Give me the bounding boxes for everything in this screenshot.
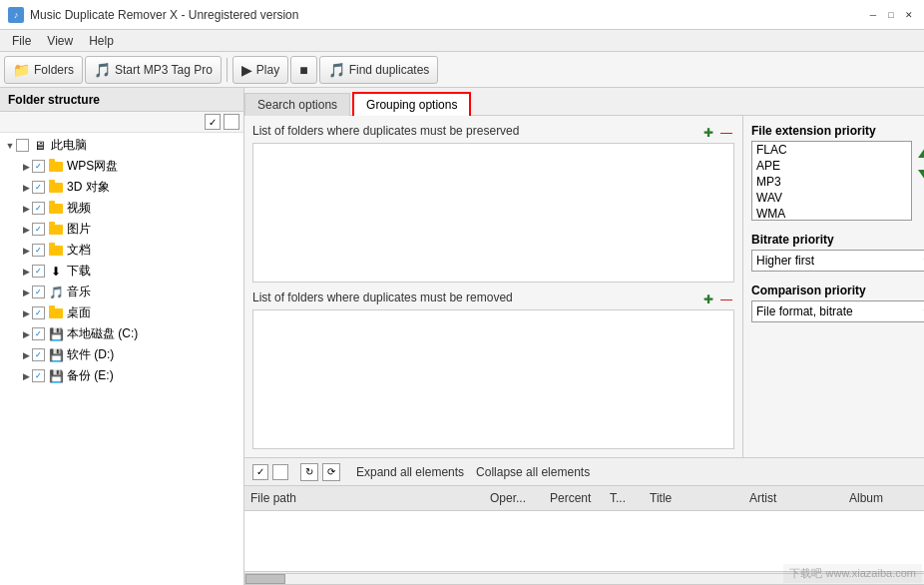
list-item[interactable]: ▶ ✓ 视频: [16, 198, 243, 219]
grouping-content: List of folders where duplicates must be…: [244, 116, 924, 457]
move-down-button[interactable]: [915, 165, 924, 185]
list-item[interactable]: ▶ ✓ 3D 对象: [16, 177, 243, 198]
expand-all-button[interactable]: Expand all elements: [352, 465, 468, 479]
list-item[interactable]: MP3: [752, 174, 911, 190]
table-body: [244, 511, 924, 571]
tree-checkbox[interactable]: ✓: [32, 223, 45, 236]
preserve-remove-button[interactable]: —: [718, 125, 734, 141]
tree-checkbox[interactable]: ✓: [32, 348, 45, 361]
find-label: Find duplicates: [349, 63, 430, 77]
list-item[interactable]: ▶ ✓ 文档: [16, 240, 243, 261]
tree-label: 文档: [67, 242, 91, 259]
col-percent[interactable]: Percent: [544, 489, 604, 507]
collapse-all-button[interactable]: Collapse all elements: [472, 465, 594, 479]
tree-label: 软件 (D:): [67, 346, 114, 363]
scrollbar-thumb[interactable]: [245, 574, 285, 584]
bottom-uncheck-all[interactable]: [272, 464, 288, 480]
col-album[interactable]: Album: [843, 489, 924, 507]
main-area: Folder structure ✓ ▼ 🖥 此电脑 ▶ ✓ WPS网盘: [0, 88, 924, 585]
tree-label: WPS网盘: [67, 158, 118, 175]
move-up-button[interactable]: [915, 143, 924, 163]
extension-priority-section: File extension priority FLAC APE MP3 WAV…: [751, 124, 924, 221]
tree-checkbox[interactable]: ✓: [32, 306, 45, 319]
expand-icon: ▶: [20, 203, 32, 215]
table-header: File path Oper... Percent T... Title Art…: [244, 486, 924, 511]
folder-icon: [48, 201, 64, 217]
list-item[interactable]: ▶ ✓ 💾 软件 (D:): [16, 344, 243, 365]
tree-checkbox[interactable]: ✓: [32, 202, 45, 215]
tree-checkbox[interactable]: ✓: [32, 244, 45, 257]
preserve-add-button[interactable]: ✚: [700, 125, 716, 141]
folder-tree: ▼ 🖥 此电脑 ▶ ✓ WPS网盘 ▶ ✓ 3D 对象: [0, 133, 243, 585]
watermark: 下载吧 www.xiazaiba.com: [783, 564, 922, 583]
tree-checkbox[interactable]: [16, 139, 29, 152]
menu-view[interactable]: View: [39, 32, 81, 50]
stop-button[interactable]: ■: [290, 56, 316, 84]
tree-label: 桌面: [67, 304, 91, 321]
tree-label: 音乐: [67, 284, 91, 300]
expand-icon: ▶: [20, 161, 32, 173]
folder-icon: 📁: [13, 62, 30, 78]
remove-remove-button[interactable]: —: [718, 292, 734, 307]
folder-toolbar: ✓: [0, 112, 243, 133]
list-item[interactable]: ▶ ✓ 🎵 音乐: [16, 282, 243, 302]
menu-file[interactable]: File: [4, 32, 39, 50]
comparison-value: File format, bitrate: [756, 304, 853, 318]
col-artist[interactable]: Artist: [743, 489, 843, 507]
extension-list-container: FLAC APE MP3 WAV WMA OGG: [751, 141, 924, 221]
tree-checkbox[interactable]: ✓: [32, 181, 45, 194]
refresh-btn[interactable]: ↻: [300, 463, 318, 481]
list-item[interactable]: ▶ ✓ 💾 备份 (E:): [16, 365, 243, 386]
bitrate-dropdown[interactable]: Higher first ▼: [751, 250, 924, 272]
title-bar: ♪ Music Duplicate Remover X - Unregister…: [0, 0, 924, 30]
tree-checkbox[interactable]: ✓: [32, 265, 45, 278]
tree-checkbox[interactable]: ✓: [32, 369, 45, 382]
minimize-button[interactable]: ─: [866, 8, 880, 22]
tab-search-options[interactable]: Search options: [244, 93, 350, 116]
move-buttons: [915, 141, 924, 221]
col-operation[interactable]: Oper...: [484, 489, 544, 507]
tree-item-pc[interactable]: ▼ 🖥 此电脑: [0, 135, 243, 156]
tree-label: 3D 对象: [67, 179, 110, 196]
list-item[interactable]: ▶ ✓ ⬇ 下载: [16, 261, 243, 282]
folder-icon: [48, 180, 64, 196]
refresh2-btn[interactable]: ⟳: [322, 463, 340, 481]
col-title[interactable]: Title: [644, 489, 743, 507]
list-item[interactable]: ▶ ✓ 💾 本地磁盘 (C:): [16, 323, 243, 344]
close-button[interactable]: ✕: [902, 8, 916, 22]
remove-buttons: ✚ —: [700, 292, 734, 307]
expand-icon: ▶: [20, 287, 32, 298]
tree-label: 此电脑: [51, 137, 87, 154]
remove-add-button[interactable]: ✚: [700, 292, 716, 307]
menu-help[interactable]: Help: [81, 32, 122, 50]
play-label: Play: [256, 63, 279, 77]
find-duplicates-button[interactable]: 🎵 Find duplicates: [319, 56, 439, 84]
app-title: Music Duplicate Remover X - Unregistered…: [30, 8, 866, 22]
download-icon: ⬇: [48, 264, 64, 280]
check-all-checkbox[interactable]: ✓: [205, 114, 221, 130]
extension-listbox[interactable]: FLAC APE MP3 WAV WMA OGG: [751, 141, 912, 221]
tree-checkbox[interactable]: ✓: [32, 327, 45, 340]
list-item[interactable]: WMA: [752, 206, 911, 221]
list-item[interactable]: ▶ ✓ WPS网盘: [16, 156, 243, 177]
list-item[interactable]: FLAC: [752, 142, 911, 158]
comparison-dropdown[interactable]: File format, bitrate ▼: [751, 300, 924, 322]
list-item[interactable]: ▶ ✓ 桌面: [16, 302, 243, 323]
bitrate-value: Higher first: [756, 254, 814, 268]
col-t[interactable]: T...: [604, 489, 644, 507]
preserve-header: List of folders where duplicates must be…: [252, 124, 734, 141]
list-item[interactable]: APE: [752, 158, 911, 174]
maximize-button[interactable]: □: [884, 8, 898, 22]
folders-button[interactable]: 📁 Folders: [4, 56, 83, 84]
find-icon: 🎵: [328, 62, 345, 78]
start-mp3-button[interactable]: 🎵 Start MP3 Tag Pro: [85, 56, 222, 84]
list-item[interactable]: WAV: [752, 190, 911, 206]
col-file-path[interactable]: File path: [244, 489, 484, 507]
uncheck-all-checkbox[interactable]: [224, 114, 239, 130]
tab-grouping-options[interactable]: Grouping options: [352, 92, 471, 116]
list-item[interactable]: ▶ ✓ 图片: [16, 219, 243, 240]
bottom-check-all[interactable]: ✓: [252, 464, 268, 480]
play-button[interactable]: ▶ Play: [232, 56, 288, 84]
tree-checkbox[interactable]: ✓: [32, 286, 45, 298]
tree-checkbox[interactable]: ✓: [32, 160, 45, 173]
